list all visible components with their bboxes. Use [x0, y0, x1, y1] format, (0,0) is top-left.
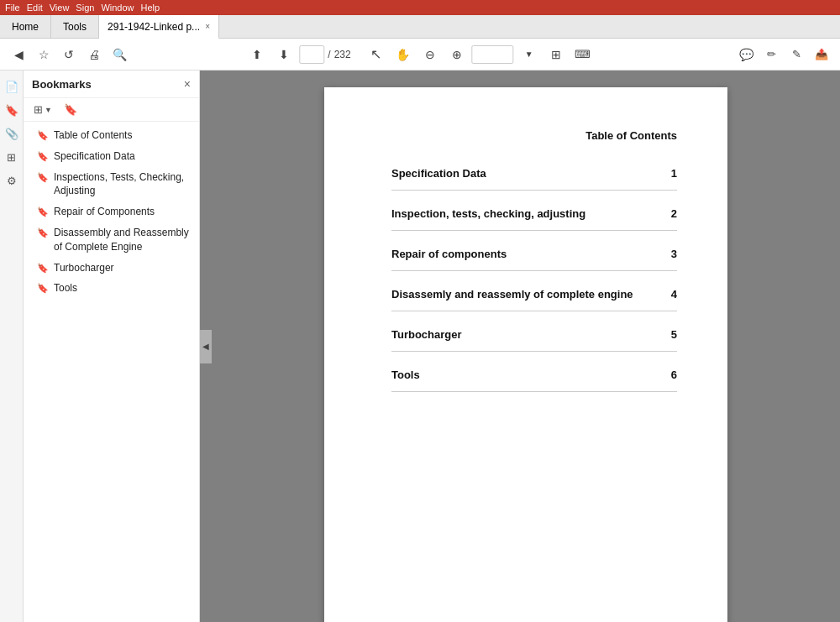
toc-num-1: 2: [671, 207, 677, 220]
collapse-panel-btn[interactable]: ◀: [200, 330, 212, 363]
bookmark-list: 🔖 Table of Contents 🔖 Specification Data…: [24, 122, 199, 622]
hand-tool-btn[interactable]: ✋: [391, 43, 415, 66]
menu-sign[interactable]: Sign: [76, 3, 94, 13]
rail-bookmark-icon[interactable]: 🔖: [3, 101, 21, 119]
tab-close-btn[interactable]: ×: [205, 22, 210, 31]
main-layout: 📄 🔖 📎 ⊞ ⚙ Bookmarks × ⊞ ▼ 🔖 🔖 Table of C…: [0, 71, 840, 622]
page-total: 232: [334, 49, 351, 60]
toc-num-0: 1: [671, 167, 677, 180]
toc-entry-1: Inspection, tests, checking, adjusting 2: [391, 207, 677, 220]
zoom-dropdown-btn[interactable]: ▼: [517, 43, 541, 66]
toolbar-left: ◀ ☆ ↺ 🖨 🔍: [7, 43, 131, 66]
view-options-btn[interactable]: ⊞: [544, 43, 568, 66]
toc-entry-5: Tools 6: [391, 368, 677, 381]
tab-tools[interactable]: Tools: [51, 15, 99, 38]
refresh-btn[interactable]: ↺: [57, 43, 81, 66]
tab-bar: Home Tools 291-1942-Linked p... ×: [0, 15, 840, 39]
bookmark-item-icon-2: 🔖: [37, 171, 49, 184]
toc-entry-2: Repair of components 3: [391, 248, 677, 260]
toc-title-2: Repair of components: [391, 248, 671, 260]
scroll-up-btn[interactable]: ⬆: [245, 43, 269, 66]
bookmark-btn[interactable]: 🔖: [60, 102, 81, 118]
bookmark-item-icon-0: 🔖: [37, 129, 49, 142]
toc-num-2: 3: [671, 248, 677, 260]
bookmark-item-label-0: Table of Contents: [54, 128, 132, 143]
page-container: Table of Contents Specification Data 1 I…: [212, 71, 840, 622]
bookmark-tools[interactable]: 🔖 Tools: [24, 278, 199, 299]
bookmark-add-icon: 🔖: [64, 103, 77, 116]
toolbar-center: ⬆ ⬇ 7 / 232 ↖ ✋ ⊖ ⊕ 75.5% ▼ ⊞ ⌨: [245, 43, 594, 66]
panel-toolbar: ⊞ ▼ 🔖: [24, 98, 199, 122]
menu-bar: File Edit View Sign Window Help: [5, 3, 160, 13]
panel-header: Bookmarks ×: [24, 71, 199, 98]
page-separator: /: [328, 49, 330, 60]
toolbar-right: 💬 ✏ ✎ 📤: [734, 43, 833, 66]
zoom-input[interactable]: 75.5%: [472, 45, 514, 64]
menu-view[interactable]: View: [50, 3, 70, 13]
toc-entry-0: Specification Data 1: [391, 167, 677, 180]
toc-title-3: Disassemly and reassemly of complete eng…: [391, 288, 671, 301]
expand-all-btn[interactable]: ⊞ ▼: [30, 102, 55, 118]
bookmark-disassembly[interactable]: 🔖 Disassembly and Reassembly of Complete…: [24, 222, 199, 258]
bookmark-item-label-6: Tools: [54, 281, 77, 295]
toc-divider-1: [391, 230, 677, 231]
bookmark-inspect[interactable]: 🔖 Inspections, Tests, Checking, Adjustin…: [24, 167, 199, 202]
page-number-input[interactable]: 7: [299, 45, 324, 64]
menu-window[interactable]: Window: [101, 3, 134, 13]
annotate-btn[interactable]: ✎: [785, 43, 808, 66]
toc-title-0: Specification Data: [391, 167, 671, 180]
share-btn[interactable]: 📤: [810, 43, 833, 66]
print-btn[interactable]: 🖨: [82, 43, 106, 66]
title-bar: File Edit View Sign Window Help: [0, 0, 840, 15]
page-heading: Table of Contents: [391, 129, 677, 142]
scroll-down-btn[interactable]: ⬇: [272, 43, 296, 66]
toc-divider-2: [391, 270, 677, 271]
bookmark-item-label-4: Disassembly and Reassembly of Complete E…: [54, 226, 192, 254]
panel-close-btn[interactable]: ×: [184, 77, 191, 91]
bookmark-item-icon-3: 🔖: [37, 206, 49, 218]
keyboard-btn[interactable]: ⌨: [571, 43, 595, 66]
toc-divider-0: [391, 190, 677, 191]
star-btn[interactable]: ☆: [32, 43, 55, 66]
comment-btn[interactable]: 💬: [734, 43, 758, 66]
bookmark-turbo[interactable]: 🔖 Turbocharger: [24, 258, 199, 279]
bookmark-item-icon-1: 🔖: [37, 150, 49, 163]
zoom-out-toolbar-btn[interactable]: 🔍: [108, 43, 131, 66]
toc-title-4: Turbocharger: [391, 328, 671, 341]
bookmark-item-icon-4: 🔖: [37, 227, 49, 239]
pen-btn[interactable]: ✏: [759, 43, 783, 66]
menu-file[interactable]: File: [5, 3, 20, 13]
pdf-page: Table of Contents Specification Data 1 I…: [324, 87, 727, 622]
zoom-out-btn[interactable]: ⊖: [418, 43, 442, 66]
panel-title: Bookmarks: [32, 78, 92, 91]
select-tool-btn[interactable]: ↖: [365, 43, 388, 66]
tab-doc-label: 291-1942-Linked p...: [108, 21, 200, 33]
tab-document[interactable]: 291-1942-Linked p... ×: [99, 15, 219, 39]
toc-title-5: Tools: [391, 368, 671, 381]
toc-divider-3: [391, 311, 677, 311]
rail-layers-icon[interactable]: ⊞: [3, 148, 21, 166]
toolbar: ◀ ☆ ↺ 🖨 🔍 ⬆ ⬇ 7 / 232 ↖ ✋ ⊖ ⊕ 75.5% ▼ ⊞ …: [0, 39, 840, 71]
menu-help[interactable]: Help: [141, 3, 160, 13]
bookmark-toc[interactable]: 🔖 Table of Contents: [24, 125, 199, 146]
icon-rail: 📄 🔖 📎 ⊞ ⚙: [0, 71, 24, 622]
rail-tools-icon[interactable]: ⚙: [3, 171, 21, 190]
rail-page-icon[interactable]: 📄: [3, 77, 21, 96]
tab-home[interactable]: Home: [0, 15, 51, 38]
bookmark-item-label-1: Specification Data: [54, 149, 135, 164]
bookmark-repair[interactable]: 🔖 Repair of Components: [24, 201, 199, 222]
bookmark-item-icon-6: 🔖: [37, 282, 49, 295]
bookmarks-panel: Bookmarks × ⊞ ▼ 🔖 🔖 Table of Contents 🔖 …: [24, 71, 200, 622]
bookmark-item-icon-5: 🔖: [37, 262, 49, 274]
back-btn[interactable]: ◀: [7, 43, 30, 66]
toc-num-3: 4: [671, 288, 677, 301]
rail-attachment-icon[interactable]: 📎: [3, 124, 21, 143]
toc-entry-3: Disassemly and reassemly of complete eng…: [391, 288, 677, 301]
bookmark-item-label-5: Turbocharger: [54, 261, 114, 275]
menu-edit[interactable]: Edit: [27, 3, 43, 13]
toc-title-1: Inspection, tests, checking, adjusting: [391, 207, 671, 220]
toc-divider-4: [391, 351, 677, 352]
bookmark-spec[interactable]: 🔖 Specification Data: [24, 146, 199, 167]
toc-num-4: 5: [671, 328, 677, 341]
zoom-in-btn[interactable]: ⊕: [445, 43, 469, 66]
